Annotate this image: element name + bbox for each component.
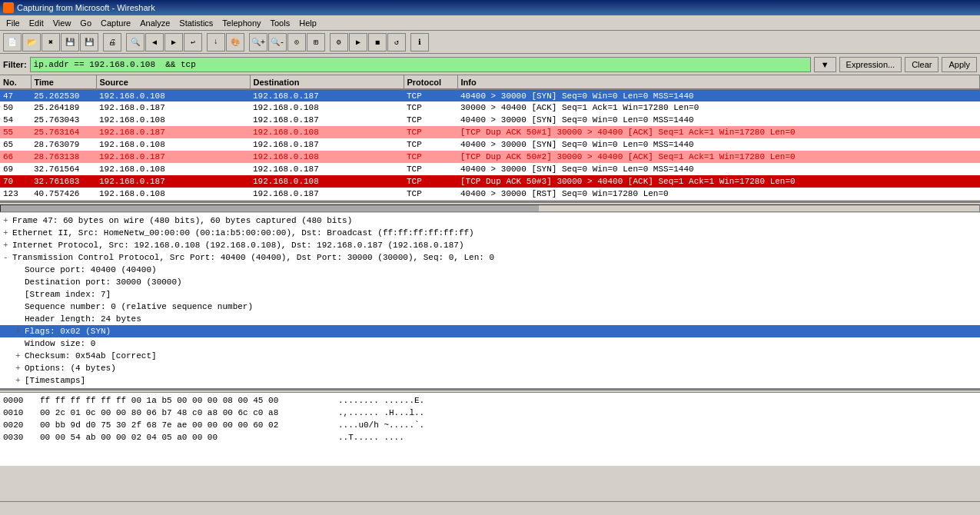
toolbar-scroll[interactable]: ↓ [207, 33, 225, 52]
detail-row[interactable]: Destination port: 30000 (30000) [0, 276, 980, 288]
table-row[interactable]: 6932.761564192.168.0.108192.168.0.187TCP… [0, 163, 980, 175]
collapse-icon[interactable]: - [3, 253, 12, 262]
table-row[interactable]: 12340.757426192.168.0.108192.168.0.187TC… [0, 188, 980, 200]
cell-time: 28.763079 [31, 138, 96, 151]
menu-item-go[interactable]: Go [75, 17, 96, 29]
expand-icon[interactable]: + [15, 364, 25, 373]
table-row[interactable]: 4725.262530192.168.0.108192.168.0.187TCP… [0, 89, 980, 101]
hex-offset: 0030 [3, 433, 34, 442]
detail-text: [Timestamps] [25, 376, 85, 385]
menu-item-tools[interactable]: Tools [266, 17, 295, 29]
toolbar-save-as[interactable]: 💾 [80, 33, 98, 52]
toolbar-info[interactable]: ℹ [410, 33, 429, 52]
menu-item-file[interactable]: File [2, 17, 25, 29]
detail-row[interactable]: Source port: 40400 (40400) [0, 264, 980, 276]
toolbar-capture-start[interactable]: ▶ [349, 33, 367, 52]
expand-icon[interactable]: + [15, 351, 25, 360]
cell-src: 192.168.0.187 [96, 151, 250, 163]
cell-proto: TCP [404, 89, 457, 101]
detail-text: Transmission Control Protocol, Src Port:… [12, 253, 494, 262]
detail-text: Destination port: 30000 (30000) [25, 277, 182, 287]
detail-text: Window size: 0 [25, 339, 95, 348]
table-row[interactable]: 5025.264189192.168.0.187192.168.0.108TCP… [0, 101, 980, 114]
cell-proto: TCP [404, 101, 457, 114]
cell-dst: 192.168.0.108 [250, 126, 404, 138]
toolbar-zoom-out[interactable]: 🔍- [268, 33, 287, 52]
hex-bytes: 00 00 54 ab 00 00 02 04 05 a0 00 00 [40, 433, 332, 442]
packet-hscroll[interactable] [0, 202, 980, 213]
menu-item-analyze[interactable]: Analyze [135, 17, 174, 29]
expand-icon[interactable]: + [15, 327, 25, 336]
detail-row[interactable]: + Checksum: 0x54ab [correct] [0, 350, 980, 362]
toolbar-close[interactable]: ✖ [42, 33, 60, 52]
table-row[interactable]: 5525.763164192.168.0.187192.168.0.108TCP… [0, 126, 980, 138]
menu-bar: FileEditViewGoCaptureAnalyzeStatisticsTe… [0, 15, 980, 31]
detail-text: Checksum: 0x54ab [correct] [25, 351, 157, 360]
table-row[interactable]: 5425.763043192.168.0.108192.168.0.187TCP… [0, 114, 980, 126]
toolbar-back[interactable]: ◀ [145, 33, 164, 52]
expand-icon[interactable]: + [15, 376, 25, 385]
menu-item-statistics[interactable]: Statistics [174, 17, 218, 29]
detail-row[interactable]: Sequence number: 0 (relative sequence nu… [0, 301, 980, 313]
toolbar-zoom-normal[interactable]: ⊙ [287, 33, 306, 52]
packet-table-body: 4725.262530192.168.0.108192.168.0.187TCP… [0, 89, 980, 200]
filter-expression-button[interactable]: Expression... [839, 57, 902, 72]
cell-src: 192.168.0.108 [96, 188, 250, 200]
detail-row[interactable]: + Ethernet II, Src: HomeNetw_00:00:00 (0… [0, 227, 980, 239]
detail-text: Frame 47: 60 bytes on wire (480 bits), 6… [12, 216, 352, 225]
detail-row[interactable]: Header length: 24 bytes [0, 313, 980, 325]
toolbar-forward[interactable]: ▶ [164, 33, 183, 52]
detail-row[interactable]: + Options: (4 bytes) [0, 362, 980, 374]
table-row[interactable]: 7032.761683192.168.0.187192.168.0.108TCP… [0, 175, 980, 188]
cell-src: 192.168.0.187 [96, 126, 250, 138]
cell-info: [TCP Dup ACK 50#1] 30000 > 40400 [ACK] S… [457, 126, 980, 138]
table-row[interactable]: 6528.763079192.168.0.108192.168.0.187TCP… [0, 138, 980, 151]
toolbar-color[interactable]: 🎨 [226, 33, 244, 52]
cell-src: 192.168.0.108 [96, 163, 250, 175]
cell-no: 66 [0, 151, 31, 163]
toolbar-print[interactable]: 🖨 [103, 33, 121, 52]
packet-list: No. Time Source Destination Protocol Inf… [0, 75, 980, 202]
filter-dropdown[interactable]: ▼ [814, 57, 836, 72]
expand-icon[interactable]: + [3, 241, 12, 250]
menu-item-view[interactable]: View [48, 17, 76, 29]
cell-proto: TCP [404, 138, 457, 151]
cell-time: 25.763164 [31, 126, 96, 138]
cell-dst: 192.168.0.108 [250, 101, 404, 114]
menu-item-help[interactable]: Help [294, 17, 321, 29]
toolbar-go-to[interactable]: ↩ [184, 33, 202, 52]
detail-row[interactable]: + [Timestamps] [0, 374, 980, 387]
cell-no: 123 [0, 188, 31, 200]
toolbar-capture-restart[interactable]: ↺ [387, 33, 406, 52]
toolbar-zoom-in[interactable]: 🔍+ [249, 33, 267, 52]
detail-row[interactable]: Window size: 0 [0, 337, 980, 350]
detail-row[interactable]: + Flags: 0x02 (SYN) [0, 325, 980, 337]
filter-clear-button[interactable]: Clear [905, 57, 938, 72]
cell-src: 192.168.0.108 [96, 89, 250, 101]
filter-apply-button[interactable]: Apply [942, 57, 977, 72]
toolbar-new[interactable]: 📄 [3, 33, 22, 52]
cell-time: 32.761683 [31, 175, 96, 188]
toolbar-capture-stop[interactable]: ◼ [368, 33, 387, 52]
status-bar [0, 501, 980, 515]
menu-item-capture[interactable]: Capture [96, 17, 135, 29]
toolbar-open[interactable]: 📂 [22, 33, 41, 52]
menu-item-edit[interactable]: Edit [25, 17, 48, 29]
expand-icon[interactable]: + [3, 216, 12, 225]
expand-icon[interactable]: + [3, 228, 12, 238]
cell-no: 47 [0, 89, 31, 101]
detail-row[interactable]: + Internet Protocol, Src: 192.168.0.108 … [0, 239, 980, 251]
toolbar-resize[interactable]: ⊞ [307, 33, 325, 52]
table-row[interactable]: 6628.763138192.168.0.187192.168.0.108TCP… [0, 151, 980, 163]
detail-row[interactable]: [Stream index: 7] [0, 288, 980, 301]
filter-input[interactable] [30, 57, 811, 72]
cell-proto: TCP [404, 163, 457, 175]
detail-row[interactable]: + Frame 47: 60 bytes on wire (480 bits),… [0, 214, 980, 227]
cell-proto: TCP [404, 114, 457, 126]
toolbar-find[interactable]: 🔍 [126, 33, 145, 52]
cell-no: 69 [0, 163, 31, 175]
toolbar-save[interactable]: 💾 [61, 33, 79, 52]
toolbar-capture-options[interactable]: ⚙ [330, 33, 348, 52]
detail-row[interactable]: - Transmission Control Protocol, Src Por… [0, 251, 980, 264]
menu-item-telephony[interactable]: Telephony [218, 17, 265, 29]
